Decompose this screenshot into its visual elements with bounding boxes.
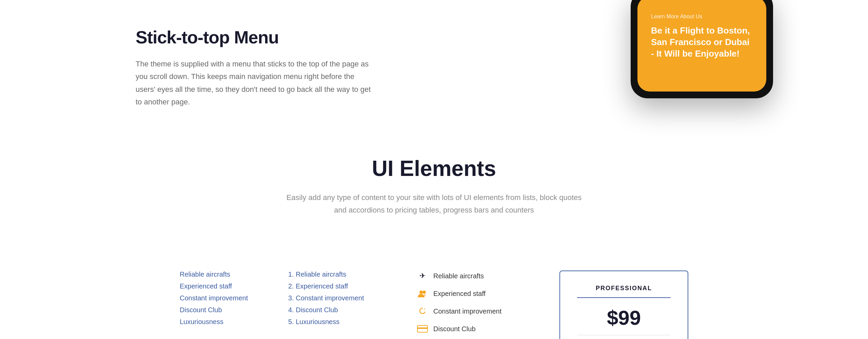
phone-learn-more: Learn More About Us: [651, 14, 753, 20]
ui-elements-subtitle: Easily add any type of content to your s…: [281, 191, 587, 217]
ui-elements-section: UI Elements Easily add any type of conte…: [0, 136, 868, 271]
top-left-content: Stick-to-top Menu The theme is supplied …: [136, 20, 441, 108]
ui-elements-heading: UI Elements: [68, 156, 800, 181]
pricing-price: $99: [577, 306, 671, 330]
phone-mockup: Learn More About Us Be it a Flight to Bo…: [631, 0, 773, 98]
list-item: ✈ Reliable aircrafts: [417, 271, 539, 281]
simple-list-link-2[interactable]: Experienced staff: [180, 282, 232, 290]
phone-tagline: Be it a Flight to Boston, San Francisco …: [651, 25, 753, 59]
icon-list-column: ✈ Reliable aircrafts Experienced staff: [417, 271, 539, 339]
icon-list-label-2: Experienced staff: [433, 290, 486, 298]
numbered-list-link-1[interactable]: 1. Reliable aircrafts: [288, 271, 346, 278]
svg-point-1: [422, 291, 426, 294]
pricing-divider-bottom: [577, 335, 671, 335]
simple-list-link-3[interactable]: Constant improvement: [180, 294, 248, 302]
list-item: 1. Reliable aircrafts: [288, 271, 397, 278]
numbered-list-link-5[interactable]: 5. Luxuriousness: [288, 318, 339, 325]
list-item: Reliable aircrafts: [180, 271, 268, 278]
numbered-list: 1. Reliable aircrafts 2. Experienced sta…: [288, 271, 397, 326]
list-item: Constant improvement: [180, 294, 268, 302]
card-icon: [417, 323, 428, 334]
people-icon: [417, 288, 428, 299]
list-item: Discount Club: [180, 306, 268, 314]
plane-icon: ✈: [417, 271, 428, 281]
numbered-list-link-2[interactable]: 2. Experienced staff: [288, 282, 348, 290]
icon-list: ✈ Reliable aircrafts Experienced staff: [417, 271, 539, 334]
simple-list-link-1[interactable]: Reliable aircrafts: [180, 271, 230, 278]
list-item: 2. Experienced staff: [288, 282, 397, 290]
list-item: Discount Club: [417, 323, 539, 334]
numbered-list-link-3[interactable]: 3. Constant improvement: [288, 294, 364, 302]
numbered-list-column: 1. Reliable aircrafts 2. Experienced sta…: [288, 271, 397, 330]
list-item: 5. Luxuriousness: [288, 318, 397, 326]
numbered-list-link-4[interactable]: 4. Discount Club: [288, 306, 338, 314]
list-item: Luxuriousness: [180, 318, 268, 326]
refresh-icon: [417, 306, 428, 317]
svg-point-0: [419, 291, 423, 294]
pricing-card: PROFESSIONAL $99 10 INSTALLS 100K VISITS…: [559, 271, 688, 339]
svg-rect-3: [417, 327, 428, 329]
sticky-menu-description: The theme is supplied with a menu that s…: [136, 58, 373, 108]
top-section: Stick-to-top Menu The theme is supplied …: [0, 0, 868, 136]
icon-list-label-3: Constant improvement: [433, 307, 501, 315]
content-grid: Reliable aircrafts Experienced staff Con…: [0, 271, 868, 339]
simple-list-link-5[interactable]: Luxuriousness: [180, 318, 223, 325]
list-item: Experienced staff: [180, 282, 268, 290]
icon-list-label-4: Discount Club: [433, 325, 476, 333]
phone-screen: Learn More About Us Be it a Flight to Bo…: [637, 0, 766, 92]
simple-list: Reliable aircrafts Experienced staff Con…: [180, 271, 268, 326]
simple-list-column: Reliable aircrafts Experienced staff Con…: [180, 271, 268, 330]
sticky-menu-heading: Stick-to-top Menu: [136, 27, 441, 47]
list-item: Constant improvement: [417, 306, 539, 317]
pricing-divider-top: [577, 297, 671, 298]
phone-frame: Learn More About Us Be it a Flight to Bo…: [631, 0, 773, 98]
simple-list-link-4[interactable]: Discount Club: [180, 306, 222, 314]
list-item: Experienced staff: [417, 288, 539, 299]
plan-name: PROFESSIONAL: [577, 285, 671, 292]
list-item: 4. Discount Club: [288, 306, 397, 314]
list-item: 3. Constant improvement: [288, 294, 397, 302]
icon-list-label-1: Reliable aircrafts: [433, 272, 484, 280]
